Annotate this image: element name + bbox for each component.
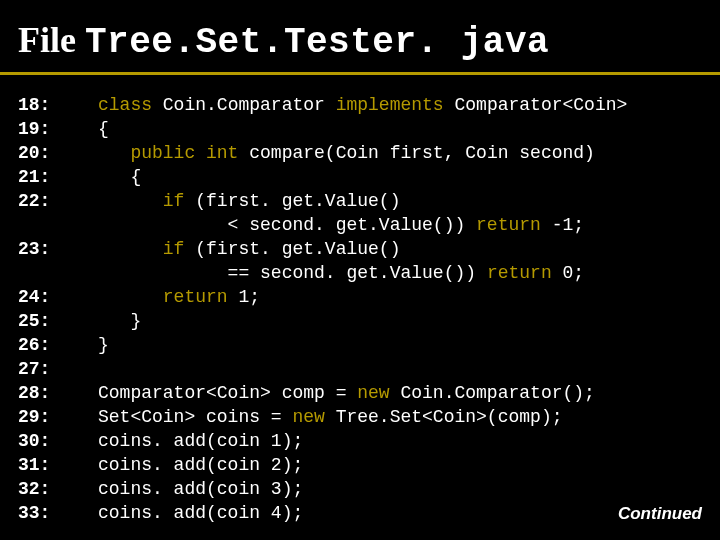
continued-badge: Continued [614,502,706,526]
title-prefix: File [18,20,76,60]
title-filename: Tree.Set.Tester. java [85,22,549,63]
slide-title: File Tree.Set.Tester. java [0,0,720,68]
slide: File Tree.Set.Tester. java 18: 19: 20: 2… [0,0,720,540]
line-number-gutter: 18: 19: 20: 21: 22: 23: 24: 25: 26: 27: … [18,93,98,525]
code-content: class Coin.Comparator implements Compara… [98,93,627,525]
code-block: 18: 19: 20: 21: 22: 23: 24: 25: 26: 27: … [0,75,720,525]
